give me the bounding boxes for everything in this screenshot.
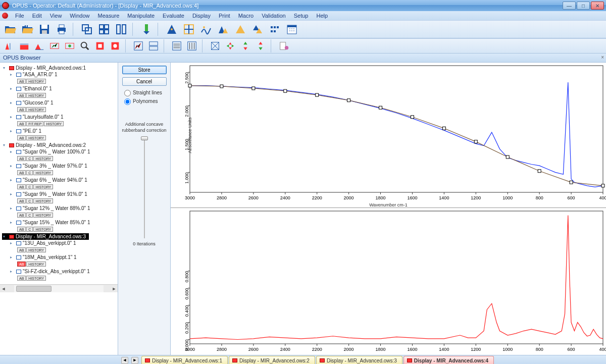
- tree-item[interactable]: "18M_Abs_verkippt.1" 1: [2, 254, 117, 261]
- calendar-icon[interactable]: [284, 22, 300, 37]
- tree-item[interactable]: "Ethanol.0" 1: [2, 85, 117, 92]
- search-icon[interactable]: [78, 39, 92, 53]
- concave-slider[interactable]: [141, 137, 148, 238]
- tree-item[interactable]: "Sugar 6% _ Water 94%.0" 1: [2, 177, 117, 183]
- window-tab[interactable]: Display - MIR_Advanced.ows:4: [403, 356, 494, 364]
- browser-close-icon[interactable]: ×: [601, 55, 604, 60]
- svg-rect-87: [190, 211, 603, 344]
- tool2-c-icon[interactable]: [47, 39, 62, 53]
- store-button[interactable]: Store: [122, 66, 167, 74]
- zoom2-icon[interactable]: [223, 39, 237, 53]
- tree-item[interactable]: "PE.0" 1: [2, 128, 117, 134]
- options-icon[interactable]: [277, 39, 291, 53]
- tab-scroll-right-icon[interactable]: ►: [131, 357, 138, 364]
- plot-top[interactable]: Absorbance Units 1.0001.5002.0002.500300…: [171, 63, 606, 208]
- tree-item[interactable]: "Sugar 12% _ Water 88%.0" 1: [2, 205, 117, 212]
- plot3-icon[interactable]: [170, 39, 184, 53]
- tree-item[interactable]: "Laurylsulfate.0" 1: [2, 114, 117, 120]
- svg-rect-74: [220, 85, 223, 88]
- window-tab[interactable]: Display - MIR_Advanced.ows:1: [141, 356, 228, 364]
- tree-item[interactable]: "Sugar 9% _ Water 91%.0" 1: [2, 191, 117, 197]
- browser-tree[interactable]: Display - MIR_Advanced.ows:1"ASA_ATR.0" …: [0, 63, 118, 355]
- radio-polynomes[interactable]: Polynomes: [120, 97, 168, 106]
- tree-group[interactable]: Display - MIR_Advanced.ows:1: [2, 65, 117, 71]
- tool2-e-icon[interactable]: [93, 39, 107, 53]
- menu-view[interactable]: View: [46, 13, 66, 19]
- svg-text:1600: 1600: [407, 195, 417, 200]
- menu-manipulate[interactable]: Manipulate: [123, 13, 159, 19]
- svg-text:0.800: 0.800: [184, 271, 189, 283]
- tool-c-icon[interactable]: [198, 22, 214, 37]
- svg-rect-79: [379, 106, 382, 109]
- tree-item[interactable]: "ASA_ATR.0" 1: [2, 71, 117, 78]
- tree-item[interactable]: "Sugar 15% _ Water 85%.0" 1: [2, 219, 117, 226]
- plot2-icon[interactable]: [146, 39, 161, 53]
- browser-hscroll[interactable]: ◄►: [0, 284, 118, 292]
- radio-straight[interactable]: Straight lines: [120, 89, 168, 97]
- tool-e-icon[interactable]: [232, 22, 248, 37]
- zoom4-icon[interactable]: [254, 39, 268, 53]
- svg-rect-20: [20, 45, 29, 49]
- svg-text:1000: 1000: [502, 347, 513, 352]
- menu-display[interactable]: Display: [188, 13, 215, 19]
- tree-group[interactable]: Display - MIR_Advanced.ows:3: [2, 233, 89, 240]
- svg-text:2800: 2800: [217, 195, 227, 200]
- tree-item[interactable]: "13U_Abs_verkippt.0" 1: [2, 240, 117, 246]
- menu-window[interactable]: Window: [66, 13, 93, 19]
- tool-g-icon[interactable]: [267, 22, 283, 37]
- tool2-f-icon[interactable]: [108, 39, 122, 53]
- svg-text:2000: 2000: [344, 195, 354, 200]
- tool-a-icon[interactable]: [164, 22, 180, 37]
- minimize-button[interactable]: —: [563, 2, 576, 10]
- open-icon[interactable]: [2, 22, 18, 37]
- window-tab[interactable]: Display - MIR_Advanced.ows:2: [229, 356, 315, 364]
- measure-icon[interactable]: [138, 22, 155, 37]
- print-icon[interactable]: [54, 22, 70, 37]
- open2-icon[interactable]: [19, 22, 35, 37]
- tree-item[interactable]: "Si-FZ-dick_Abs_verkippt.0" 1: [2, 268, 117, 275]
- tree-group[interactable]: Display - MIR_Advanced.ows:2: [2, 142, 117, 148]
- menu-evaluate[interactable]: Evaluate: [159, 13, 188, 19]
- tool2-b-icon[interactable]: [32, 39, 46, 53]
- window-titlebar: OPUS - Operator: Default (Administrator)…: [0, 0, 606, 11]
- arrange-icon[interactable]: [113, 22, 129, 37]
- tree-item[interactable]: "Sugar 3% _ Water 97%.0" 1: [2, 163, 117, 169]
- menu-print[interactable]: Print: [215, 13, 234, 19]
- tool-b-icon[interactable]: [181, 22, 197, 37]
- tool2-a-icon[interactable]: [17, 39, 31, 53]
- tool-d-icon[interactable]: [215, 22, 231, 37]
- zoom3-icon[interactable]: [238, 39, 252, 53]
- svg-text:1400: 1400: [439, 347, 449, 352]
- svg-text:400: 400: [599, 347, 606, 352]
- tree-item[interactable]: "Sugar 0% _ Water 100%.0" 1: [2, 148, 117, 155]
- zoom1-icon[interactable]: [208, 39, 222, 53]
- menu-bar: File Edit View Window Measure Manipulate…: [0, 11, 606, 20]
- save-icon[interactable]: [36, 22, 53, 37]
- peak-icon[interactable]: [2, 39, 16, 53]
- tree-item[interactable]: "Glucose.0" 1: [2, 99, 117, 106]
- menu-validation[interactable]: Validation: [258, 13, 290, 19]
- svg-text:2.500: 2.500: [184, 72, 189, 84]
- maximize-button[interactable]: □: [577, 2, 590, 10]
- menu-file[interactable]: File: [11, 13, 28, 19]
- menu-macro[interactable]: Macro: [234, 13, 258, 19]
- tile-icon[interactable]: [96, 22, 112, 37]
- tool2-d-icon[interactable]: [63, 39, 77, 53]
- plot4-icon[interactable]: [185, 39, 199, 53]
- menu-measure[interactable]: Measure: [93, 13, 123, 19]
- svg-text:600: 600: [568, 195, 575, 200]
- plot1-icon[interactable]: [131, 39, 145, 53]
- plot-bottom[interactable]: 0.0000.2000.4000.6000.800300028002600240…: [171, 208, 606, 355]
- tree-item-chips: ABFIT.REPHISTORY: [2, 121, 117, 126]
- plot-area: Absorbance Units 1.0001.5002.0002.500300…: [171, 63, 606, 355]
- cancel-button[interactable]: Cancel: [122, 77, 167, 86]
- close-button[interactable]: ✕: [591, 2, 604, 10]
- svg-text:800: 800: [536, 347, 543, 352]
- menu-setup[interactable]: Setup: [290, 13, 313, 19]
- menu-help[interactable]: Help: [312, 13, 332, 19]
- tab-scroll-left-icon[interactable]: ◄: [121, 357, 128, 364]
- window-tab[interactable]: Display - MIR_Advanced.ows:3: [316, 356, 402, 364]
- cascade-icon[interactable]: [79, 22, 95, 37]
- menu-edit[interactable]: Edit: [28, 13, 46, 19]
- tool-f-icon[interactable]: [249, 22, 266, 37]
